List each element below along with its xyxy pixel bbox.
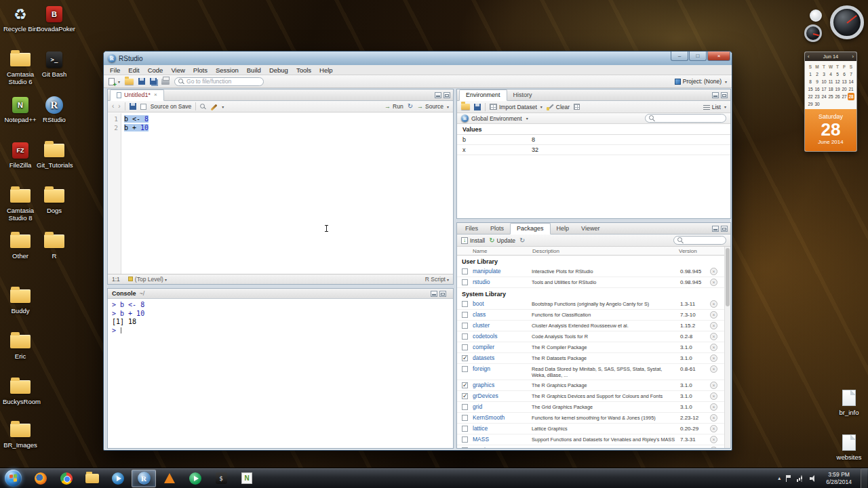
- calendar-prev-arrow[interactable]: ‹: [808, 54, 810, 60]
- menu-item-file[interactable]: File: [106, 66, 124, 75]
- calendar-day[interactable]: 26: [834, 93, 841, 100]
- menu-item-session[interactable]: Session: [212, 66, 243, 75]
- calendar-day[interactable]: [834, 100, 841, 108]
- calendar-day[interactable]: 4: [827, 70, 834, 78]
- open-file-icon[interactable]: [125, 79, 134, 85]
- run-button[interactable]: → Run: [384, 103, 403, 110]
- calendar-day[interactable]: 28: [848, 93, 854, 100]
- package-checkbox[interactable]: [462, 323, 468, 329]
- goto-file-search[interactable]: [174, 77, 264, 86]
- tab-environment[interactable]: Environment: [459, 89, 507, 101]
- package-remove-button[interactable]: ×: [710, 392, 717, 400]
- package-name-link[interactable]: grid: [473, 403, 527, 410]
- grid-view-icon[interactable]: [574, 104, 580, 110]
- calendar-day[interactable]: 11: [827, 78, 834, 85]
- package-remove-button[interactable]: ×: [710, 365, 717, 373]
- new-file-button[interactable]: ▾: [108, 78, 120, 85]
- package-remove-button[interactable]: ×: [710, 414, 717, 422]
- environment-search-input[interactable]: [657, 115, 722, 122]
- package-name-link[interactable]: graphics: [473, 382, 527, 388]
- package-checkbox[interactable]: [462, 344, 468, 350]
- tab-help[interactable]: Help: [551, 224, 576, 234]
- package-name-link[interactable]: datasets: [473, 354, 527, 361]
- package-name-link[interactable]: Matrix: [473, 447, 527, 448]
- package-checkbox[interactable]: [462, 436, 468, 443]
- calendar-day[interactable]: 20: [841, 85, 848, 93]
- window-minimize-button[interactable]: –: [671, 52, 688, 61]
- pane-minimize-icon[interactable]: [712, 226, 719, 232]
- package-remove-button[interactable]: ×: [710, 447, 717, 448]
- scope-selector[interactable]: (Top Level)▾: [128, 276, 167, 283]
- desktop-icon[interactable]: Other: [3, 231, 38, 260]
- desktop-icon[interactable]: Camtasia Studio 6: [3, 49, 38, 85]
- calendar-day[interactable]: 25: [827, 93, 834, 100]
- package-name-link[interactable]: KernSmooth: [473, 414, 527, 421]
- calendar-day[interactable]: 6: [841, 70, 848, 78]
- menu-item-view[interactable]: View: [167, 66, 189, 75]
- code-tools-button[interactable]: ▾: [210, 103, 224, 110]
- calendar-day[interactable]: 12: [834, 78, 841, 85]
- desktop-icon[interactable]: RRStudio: [37, 95, 72, 123]
- window-titlebar[interactable]: R RStudio – □ ×: [104, 52, 732, 65]
- environment-variable-row[interactable]: x32: [457, 145, 730, 155]
- package-name-link[interactable]: lattice: [473, 425, 527, 432]
- list-view-selector[interactable]: List ▾: [703, 104, 726, 110]
- calendar-gadget[interactable]: ‹ Jun 14 › SMTWTFS1234567891011121314151…: [804, 52, 857, 152]
- package-remove-button[interactable]: ×: [710, 425, 717, 432]
- calendar-day[interactable]: [821, 100, 827, 108]
- menu-item-tools[interactable]: Tools: [292, 66, 315, 75]
- tab-viewer[interactable]: Viewer: [575, 224, 606, 234]
- desktop-icon[interactable]: Dogs: [37, 186, 72, 214]
- desktop-icon[interactable]: FZFileZilla: [3, 140, 38, 169]
- calendar-day[interactable]: 2: [814, 70, 821, 78]
- calendar-day[interactable]: 23: [814, 93, 821, 100]
- desktop-icon[interactable]: Camtasia Studio 8: [3, 186, 38, 222]
- project-menu[interactable]: Project: (None) ▾: [675, 78, 727, 85]
- package-checkbox[interactable]: [462, 333, 468, 340]
- tab-close-icon[interactable]: ×: [154, 92, 157, 98]
- calendar-day[interactable]: 19: [834, 85, 841, 93]
- desktop-icon[interactable]: R: [37, 231, 72, 260]
- calendar-day[interactable]: [827, 100, 834, 108]
- packages-search[interactable]: [673, 236, 726, 245]
- window-maximize-button[interactable]: □: [689, 52, 707, 61]
- package-checkbox[interactable]: [462, 366, 468, 372]
- source-button[interactable]: → Source ▾: [417, 103, 449, 110]
- package-checkbox[interactable]: [462, 393, 468, 399]
- package-remove-button[interactable]: ×: [710, 311, 717, 319]
- console-output[interactable]: > b <- 8> b + 10[1] 18>: [108, 299, 453, 337]
- find-icon[interactable]: [200, 104, 206, 110]
- taskbar-item-gitbash[interactable]: $: [209, 470, 233, 487]
- save-icon[interactable]: [138, 78, 145, 85]
- pane-maximize-icon[interactable]: [439, 291, 446, 297]
- save-workspace-icon[interactable]: [474, 104, 481, 110]
- tab-plots[interactable]: Plots: [484, 224, 510, 234]
- calendar-day[interactable]: 16: [814, 85, 821, 93]
- install-button[interactable]: Install: [461, 237, 485, 244]
- taskbar-item-notepad[interactable]: N: [235, 470, 259, 487]
- flag-icon[interactable]: [786, 475, 791, 482]
- packages-scrollbar[interactable]: [724, 247, 730, 448]
- package-name-link[interactable]: rstudio: [473, 279, 527, 285]
- desktop-icon[interactable]: Git_Tutorials: [37, 140, 72, 169]
- package-remove-button[interactable]: ×: [710, 403, 717, 411]
- package-name-link[interactable]: MASS: [473, 436, 527, 443]
- source-on-save-checkbox[interactable]: [140, 104, 146, 110]
- menu-item-plots[interactable]: Plots: [189, 66, 212, 75]
- tray-expand-arrow[interactable]: ▴: [778, 475, 781, 481]
- tab-history[interactable]: History: [507, 90, 538, 100]
- update-button[interactable]: ↻ Update: [489, 237, 515, 244]
- package-remove-button[interactable]: ×: [710, 436, 717, 443]
- taskbar-item-explorer[interactable]: [80, 470, 104, 487]
- forward-icon[interactable]: ›: [118, 103, 120, 110]
- menu-item-build[interactable]: Build: [243, 66, 265, 75]
- package-checkbox[interactable]: [462, 312, 468, 318]
- calendar-next-arrow[interactable]: ›: [852, 54, 854, 60]
- save-source-icon[interactable]: [130, 103, 136, 110]
- tab-files[interactable]: Files: [459, 224, 484, 234]
- calendar-day[interactable]: 24: [821, 93, 827, 100]
- package-name-link[interactable]: grDevices: [473, 392, 527, 399]
- calendar-day[interactable]: [841, 100, 848, 108]
- package-remove-button[interactable]: ×: [710, 333, 717, 340]
- pane-minimize-icon[interactable]: [431, 291, 437, 297]
